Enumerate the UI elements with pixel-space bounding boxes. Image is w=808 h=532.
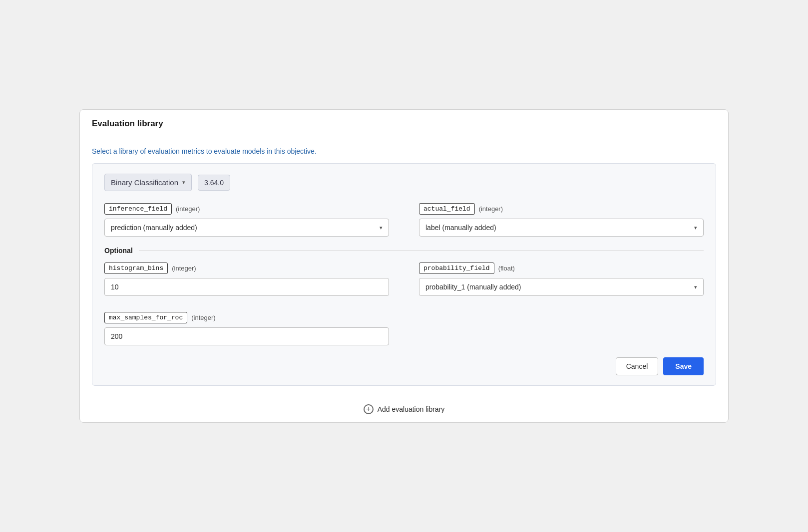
probability-field-type: (float) [498,265,515,272]
max-samples-group: max_samples_for_roc (integer) [104,312,389,345]
card-footer: + Add evaluation library [80,396,728,422]
version-badge: 3.64.0 [198,175,230,191]
histogram-bins-type: (integer) [172,265,196,272]
add-library-button[interactable]: + Add evaluation library [364,404,445,414]
actual-field-type: (integer) [479,205,503,213]
action-row: Cancel Save [104,357,704,375]
inference-field-label-row: inference_field (integer) [104,203,389,215]
library-selector-row: Binary Classification ▾ 3.64.0 [104,174,704,191]
actual-field-group: actual_field (integer) label (manually a… [419,203,704,237]
save-button[interactable]: Save [663,357,704,375]
plus-circle-icon: + [364,404,374,414]
histogram-bins-group: histogram_bins (integer) [104,263,389,296]
divider-line [139,251,704,251]
max-samples-type: (integer) [191,314,215,321]
probability-field-chevron-icon: ▾ [694,284,697,290]
inner-card: Binary Classification ▾ 3.64.0 inference… [92,163,716,386]
inference-field-badge: inference_field [104,203,172,215]
optional-grid: histogram_bins (integer) probability_fie… [104,263,704,345]
max-samples-input[interactable] [104,327,389,345]
inference-field-select[interactable]: prediction (manually added) ▾ [104,219,389,237]
probability-field-label-row: probability_field (float) [419,263,704,274]
card-header: Evaluation library [80,110,728,137]
add-library-label: Add evaluation library [378,405,445,413]
library-chevron-icon: ▾ [182,179,185,186]
probability-field-value: probability_1 (manually added) [425,283,521,291]
histogram-bins-label-row: histogram_bins (integer) [104,263,389,274]
inference-field-group: inference_field (integer) prediction (ma… [104,203,389,237]
probability-field-group: probability_field (float) probability_1 … [419,263,704,296]
actual-field-chevron-icon: ▾ [694,225,697,231]
max-samples-badge: max_samples_for_roc [104,312,187,323]
optional-divider: Optional [104,247,704,255]
probability-field-select[interactable]: probability_1 (manually added) ▾ [419,278,704,296]
histogram-bins-badge: histogram_bins [104,263,168,274]
required-fields-grid: inference_field (integer) prediction (ma… [104,203,704,237]
cancel-button[interactable]: Cancel [616,357,659,375]
card-title: Evaluation library [92,119,163,128]
library-dropdown[interactable]: Binary Classification ▾ [104,174,192,191]
actual-field-select[interactable]: label (manually added) ▾ [419,219,704,237]
actual-field-value: label (manually added) [425,224,496,232]
inference-field-chevron-icon: ▾ [380,225,383,231]
inference-field-type: (integer) [176,205,200,213]
optional-label: Optional [104,247,133,255]
optional-section: Optional histogram_bins (integer) [104,247,704,345]
actual-field-label-row: actual_field (integer) [419,203,704,215]
probability-field-badge: probability_field [419,263,494,274]
library-name: Binary Classification [111,178,178,187]
evaluation-library-card: Evaluation library Select a library of e… [79,109,729,423]
actual-field-badge: actual_field [419,203,475,215]
description-text: Select a library of evaluation metrics t… [92,147,716,155]
max-samples-label-row: max_samples_for_roc (integer) [104,312,389,323]
histogram-bins-input[interactable] [104,278,389,296]
inference-field-value: prediction (manually added) [111,224,197,232]
card-body: Select a library of evaluation metrics t… [80,137,728,396]
